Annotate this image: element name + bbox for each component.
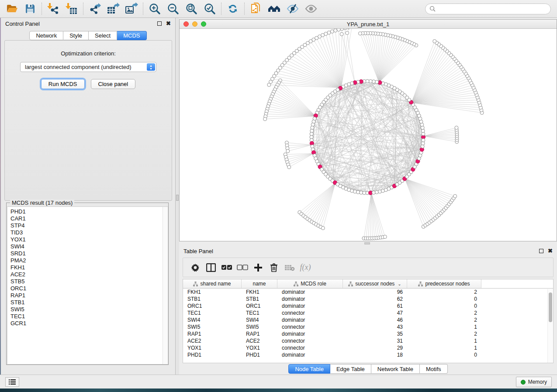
zoom-fit-icon[interactable]	[182, 1, 201, 16]
tab-network-table[interactable]: Network Table	[371, 364, 420, 374]
delete-row-icon[interactable]	[266, 260, 282, 275]
run-mcds-button[interactable]: Run MCDS	[41, 79, 85, 89]
mcds-result-item[interactable]: PMA2	[10, 257, 168, 264]
mcds-result-item[interactable]: SWI5	[10, 306, 168, 313]
cell-MCDS-role: dominator	[277, 303, 343, 309]
network-graph[interactable]	[180, 29, 557, 241]
save-session-icon[interactable]	[21, 1, 39, 16]
table-panel: Table Panel ✖ f(x) shared namenameMC	[179, 245, 557, 375]
zoom-out-icon[interactable]	[164, 1, 182, 16]
scrollbar-thumb[interactable]	[549, 292, 552, 322]
mcds-result-item[interactable]: CAR1	[10, 215, 168, 222]
cell-successor-nodes: 31	[343, 338, 407, 344]
tab-node-table[interactable]: Node Table	[288, 364, 330, 374]
mcds-result-item[interactable]: SWI4	[10, 243, 168, 250]
tab-network[interactable]: Network	[29, 31, 63, 40]
mcds-result-item[interactable]: SRD1	[10, 250, 168, 257]
zoom-selected-icon[interactable]	[201, 1, 219, 16]
function-fx-icon[interactable]: f(x)	[298, 260, 313, 275]
close-panel-icon[interactable]: ✖	[166, 21, 171, 26]
network-canvas[interactable]	[180, 29, 557, 241]
search-box[interactable]	[425, 3, 551, 14]
close-panel-icon[interactable]: ✖	[548, 249, 553, 253]
column-header-name[interactable]: name	[242, 279, 277, 288]
network-view-titlebar[interactable]: YPA_prune.txt_1	[180, 20, 557, 29]
cell-name: YOX1	[242, 345, 277, 351]
control-panel-title: Control Panel	[5, 21, 40, 27]
show-columns-icon[interactable]	[203, 260, 219, 275]
memory-button[interactable]: Memory	[516, 377, 552, 387]
leaf-node	[347, 29, 350, 29]
table-row[interactable]: YOX1YOX1connector291	[183, 344, 553, 351]
mcds-result-item[interactable]: STB5	[10, 278, 168, 285]
mcds-result-item[interactable]: ORC1	[10, 285, 168, 292]
settings-gear-icon[interactable]	[187, 260, 203, 275]
tab-mcds[interactable]: MCDS	[117, 31, 146, 40]
cell-name: ACE2	[242, 338, 277, 344]
mcds-result-item[interactable]: YOX1	[10, 236, 168, 243]
select-all-icon[interactable]	[219, 260, 235, 275]
table-row[interactable]: SWI5SWI5connector431	[183, 323, 553, 330]
mcds-result-item[interactable]: TEC1	[10, 313, 168, 320]
ring-node	[353, 190, 357, 193]
column-header-successor-nodes[interactable]: successor nodes⌄	[343, 279, 407, 288]
table-row[interactable]: STB1STB1dominator620	[183, 296, 553, 303]
cell-successor-nodes: 29	[343, 345, 407, 351]
float-panel-icon[interactable]	[539, 249, 543, 253]
export-table-icon[interactable]	[104, 1, 122, 16]
splitter-grip[interactable]	[176, 195, 179, 201]
horizontal-splitter[interactable]	[179, 241, 557, 245]
tab-style[interactable]: Style	[63, 31, 89, 40]
cell-MCDS-role: dominator	[277, 331, 343, 337]
mcds-result-item[interactable]: PHD1	[10, 208, 168, 215]
table-row[interactable]: PHD1PHD1dominator180	[183, 351, 553, 358]
criterion-dropdown[interactable]: largest connected component (undirected)…	[20, 62, 156, 72]
float-panel-icon[interactable]	[157, 21, 162, 26]
tab-select[interactable]: Select	[89, 31, 117, 40]
refresh-icon[interactable]	[224, 1, 242, 16]
task-history-button[interactable]	[5, 377, 19, 387]
open-file-icon[interactable]	[3, 1, 21, 16]
first-neighbors-icon[interactable]	[265, 1, 284, 16]
mcds-result-item[interactable]: FKH1	[10, 264, 168, 271]
search-input[interactable]	[436, 5, 547, 12]
node-table[interactable]: shared namenameMCDS rolesuccessor nodes⌄…	[183, 279, 554, 363]
table-scrollbar[interactable]	[547, 289, 553, 363]
import-table-icon[interactable]	[62, 1, 81, 16]
mcds-result-item[interactable]: GCR1	[10, 320, 168, 327]
ring-node	[311, 123, 315, 127]
tab-motifs[interactable]: Motifs	[420, 364, 448, 374]
table-row[interactable]: FKH1FKH1dominator962	[183, 289, 553, 296]
add-row-icon[interactable]	[250, 260, 266, 275]
mcds-result-item[interactable]: ACE2	[10, 271, 168, 278]
vertical-splitter[interactable]	[176, 18, 179, 375]
delete-table-icon[interactable]	[282, 260, 298, 275]
import-network-icon[interactable]	[44, 1, 62, 16]
close-panel-button[interactable]: Close panel	[91, 79, 136, 89]
column-header-MCDS-role[interactable]: MCDS role	[277, 279, 343, 288]
column-header-shared-name[interactable]: shared name	[183, 279, 242, 288]
table-row[interactable]: ACE2ACE2connector311	[183, 337, 553, 344]
zoom-in-icon[interactable]	[145, 1, 164, 16]
clone-network-icon[interactable]	[247, 1, 265, 16]
table-row[interactable]: ORC1ORC1dominator610	[183, 303, 553, 309]
export-image-icon[interactable]	[122, 1, 141, 16]
table-row[interactable]: RAP1RAP1dominator352	[183, 330, 553, 337]
cell-shared-name: STB1	[183, 296, 242, 302]
tab-edge-table[interactable]: Edge Table	[330, 364, 371, 374]
show-all-eye-icon[interactable]	[302, 1, 320, 16]
mcds-result-item[interactable]: STP4	[10, 222, 168, 229]
mcds-list-scrollbar[interactable]	[163, 207, 167, 364]
splitter-grip[interactable]	[364, 242, 370, 244]
leaf-node	[267, 83, 271, 86]
hide-selected-eye-icon[interactable]	[284, 1, 302, 16]
mcds-result-list[interactable]: PHD1CAR1STP4TID3YOX1SWI4SRD1PMA2FKH1ACE2…	[7, 206, 168, 364]
table-row[interactable]: SWI4SWI4dominator462	[183, 316, 553, 323]
deselect-all-icon[interactable]	[235, 260, 250, 275]
mcds-result-item[interactable]: TID3	[10, 229, 168, 236]
mcds-result-item[interactable]: RAP1	[10, 292, 168, 299]
export-network-icon[interactable]	[86, 1, 104, 16]
table-row[interactable]: TEC1TEC1connector472	[183, 309, 553, 316]
mcds-result-item[interactable]: STB1	[10, 299, 168, 306]
column-header-predecessor-nodes[interactable]: predecessor nodes	[407, 279, 481, 288]
